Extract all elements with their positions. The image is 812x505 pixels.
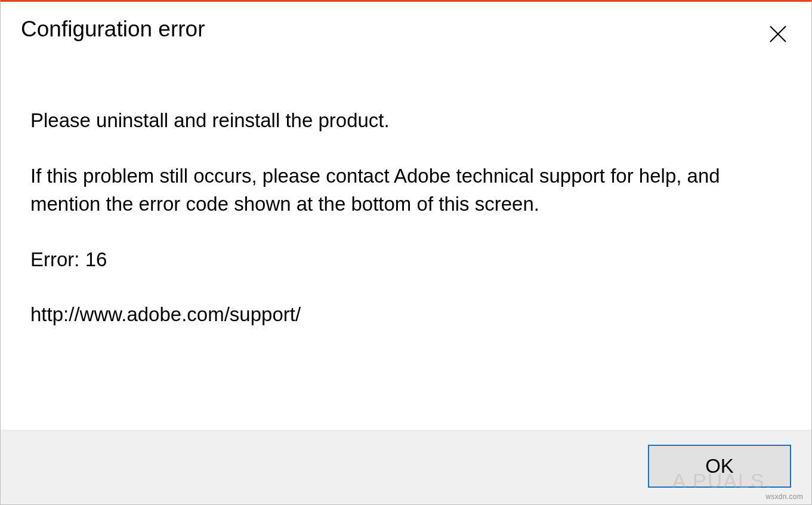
error-code: Error: 16 (30, 246, 782, 274)
dialog-body: Please uninstall and reinstall the produ… (1, 50, 811, 430)
error-dialog: Configuration error Please uninstall and… (0, 0, 812, 505)
titlebar: Configuration error (1, 2, 811, 50)
dialog-title: Configuration error (21, 16, 205, 42)
close-icon (769, 25, 787, 43)
dialog-footer: OK (1, 430, 811, 504)
message-line-2: If this problem still occurs, please con… (30, 162, 782, 218)
support-url: http://www.adobe.com/support/ (30, 301, 782, 329)
message-line-1: Please uninstall and reinstall the produ… (30, 107, 782, 135)
ok-button[interactable]: OK (648, 445, 791, 488)
close-button[interactable] (762, 19, 794, 50)
